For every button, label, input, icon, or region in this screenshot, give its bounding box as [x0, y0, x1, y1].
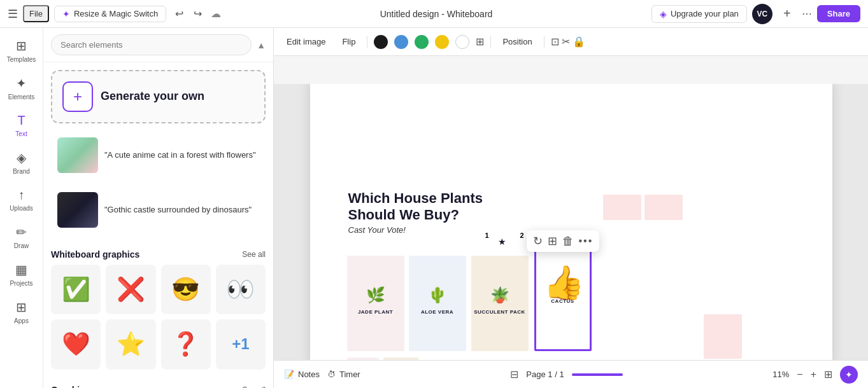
delete-icon[interactable]: 🗑 — [562, 235, 574, 248]
sidebar-item-elements[interactable]: ✦ Elements — [3, 71, 41, 106]
color-swatch-blue[interactable] — [394, 35, 408, 49]
sidebar-item-templates[interactable]: ⊞ Templates — [3, 33, 41, 68]
plant-card-2[interactable]: 🌵 Aloe Vera — [409, 256, 466, 351]
flip-button[interactable]: Flip — [337, 34, 360, 49]
topbar-center: Untitled design - Whiteboard — [226, 9, 646, 19]
file-button[interactable]: File — [23, 5, 49, 22]
gothic-thumbnail — [57, 192, 98, 228]
notes-icon: 📝 — [284, 370, 294, 379]
whiteboard-graphics-title: Whiteboard graphics — [51, 249, 139, 260]
separator2 — [490, 36, 491, 48]
search-input[interactable] — [51, 34, 252, 55]
menu-icon[interactable]: ☰ — [8, 7, 18, 21]
page-progress-fill — [572, 373, 623, 376]
sticker-heart[interactable]: ❤️ — [51, 319, 101, 369]
magic-icon: ✦ — [62, 9, 70, 19]
timer-button[interactable]: ⏱ Timer — [327, 370, 360, 379]
avatar[interactable]: VC — [752, 4, 772, 24]
sidebar-item-brand[interactable]: ◈ Brand — [3, 145, 41, 180]
canvas-area[interactable]: Which House PlantsShould We Buy? Cast Yo… — [274, 84, 868, 360]
sidebar-item-projects[interactable]: ▦ Projects — [3, 257, 41, 292]
frame-icon[interactable]: ⊞ — [548, 234, 557, 248]
sidebar-item-uploads[interactable]: ↑ Uploads — [3, 183, 41, 217]
thumbs-up-sticker[interactable]: 👍 — [537, 257, 592, 308]
texture-icon-1[interactable]: ⊡ — [551, 36, 559, 48]
generate-plus-icon: + — [62, 81, 93, 112]
design-title: Untitled design - Whiteboard — [380, 9, 493, 19]
list-item[interactable]: "A cute anime cat in a forest with flowe… — [51, 131, 266, 179]
upgrade-label: Upgrade your plan — [671, 9, 739, 18]
rotate-icon[interactable]: ↻ — [533, 234, 543, 248]
upgrade-button[interactable]: ◈ Upgrade your plan — [651, 5, 747, 23]
collapse-panel-button[interactable]: ▲ — [257, 40, 266, 50]
sidebar-item-label: Brand — [13, 168, 30, 175]
note-card-4[interactable] — [704, 333, 742, 359]
note-card-6[interactable] — [383, 357, 418, 360]
plant-name-1: Jade Plant — [357, 307, 394, 316]
upgrade-icon: ◈ — [660, 9, 667, 19]
grid-view-button[interactable]: ⊞ — [824, 368, 832, 380]
anime-thumbnail — [57, 137, 98, 173]
prompt-items: "A cute anime cat in a forest with flowe… — [43, 131, 273, 242]
position-button[interactable]: Position — [497, 34, 537, 49]
generate-card[interactable]: + Generate your own — [51, 70, 266, 123]
plant-image-3: 🪴 — [471, 256, 529, 307]
generate-section: + Generate your own — [43, 62, 273, 131]
sidebar-item-label: Apps — [14, 317, 29, 324]
grid-toggle-icon[interactable]: ⊞ — [476, 36, 484, 48]
cloud-save-icon: ☁ — [211, 8, 221, 20]
graphics-see-all-button[interactable]: See all — [242, 385, 266, 389]
content-area: Edit image Flip ⊞ Position ⊡ ✂ 🔒 — [274, 28, 868, 388]
sidebar-item-label: Uploads — [10, 205, 33, 212]
plant-card-1[interactable]: 🌿 Jade Plant — [347, 256, 404, 351]
sidebar-item-apps[interactable]: ⊞ Apps — [3, 294, 41, 329]
sidebar-item-label: Projects — [10, 280, 32, 287]
sidebar-item-label: Text — [15, 130, 27, 137]
zoom-out-button[interactable]: − — [797, 369, 802, 380]
undo-button[interactable]: ↩ — [171, 5, 187, 22]
sticker-x[interactable]: ❌ — [106, 265, 155, 314]
lock-icon[interactable]: 🔒 — [573, 36, 585, 48]
sidebar: ⊞ Templates ✦ Elements T Text ◈ Brand ↑ … — [0, 28, 43, 388]
color-swatch-green[interactable] — [415, 35, 429, 49]
color-swatch-black[interactable] — [374, 35, 388, 49]
search-bar: ▲ — [43, 28, 273, 62]
sticker-question[interactable]: ❓ — [161, 319, 211, 369]
texture-icon-2[interactable]: ✂ — [562, 36, 570, 48]
note-card-5[interactable] — [347, 357, 379, 360]
sidebar-item-text[interactable]: T Text — [3, 108, 41, 142]
more-options-icon[interactable]: ••• — [579, 235, 594, 247]
canvas-content: Which House PlantsShould We Buy? Cast Yo… — [310, 84, 832, 360]
color-swatch-white[interactable] — [455, 35, 469, 49]
sticker-checkmark[interactable]: ✅ — [51, 265, 101, 314]
sticker-eyes[interactable]: 👀 — [216, 265, 266, 314]
share-button[interactable]: Share — [817, 5, 860, 22]
add-collaborator-button[interactable]: + — [778, 4, 797, 24]
note-card-2[interactable] — [644, 195, 683, 220]
uploads-icon: ↑ — [18, 188, 25, 202]
resize-label: Resize & Magic Switch — [74, 9, 158, 18]
plant-card-3[interactable]: 🪴 Succulent Pack — [471, 256, 529, 351]
templates-icon: ⊞ — [16, 38, 27, 53]
sticker-cool[interactable]: 😎 — [161, 265, 211, 314]
edit-image-button[interactable]: Edit image — [281, 34, 331, 49]
graphics-title: Graphics — [51, 385, 90, 389]
draw-icon: ✏ — [16, 225, 27, 240]
show-pages-button[interactable]: ⊟ — [510, 368, 518, 380]
see-all-button[interactable]: See all — [242, 250, 266, 259]
sticker-plus1[interactable]: +1 — [216, 319, 266, 369]
color-swatch-yellow[interactable] — [435, 35, 449, 49]
redo-button[interactable]: ↪ — [190, 5, 206, 22]
brand-icon: ◈ — [17, 150, 26, 165]
note-card-1[interactable] — [603, 195, 641, 220]
notes-button[interactable]: 📝 Notes — [284, 370, 320, 379]
plant-name-2: Aloe Vera — [420, 307, 455, 316]
notes-label: Notes — [298, 370, 320, 379]
whiteboard[interactable]: Which House PlantsShould We Buy? Cast Yo… — [310, 84, 832, 360]
zoom-in-button[interactable]: + — [811, 369, 816, 380]
sticker-star[interactable]: ⭐ — [106, 319, 155, 369]
resize-magic-switch-button[interactable]: ✦ Resize & Magic Switch — [54, 6, 166, 22]
more-options-icon[interactable]: ⋯ — [802, 8, 812, 20]
sidebar-item-draw[interactable]: ✏ Draw — [3, 219, 41, 254]
list-item[interactable]: "Gothic castle surrounded by dinosaurs" — [51, 186, 266, 234]
